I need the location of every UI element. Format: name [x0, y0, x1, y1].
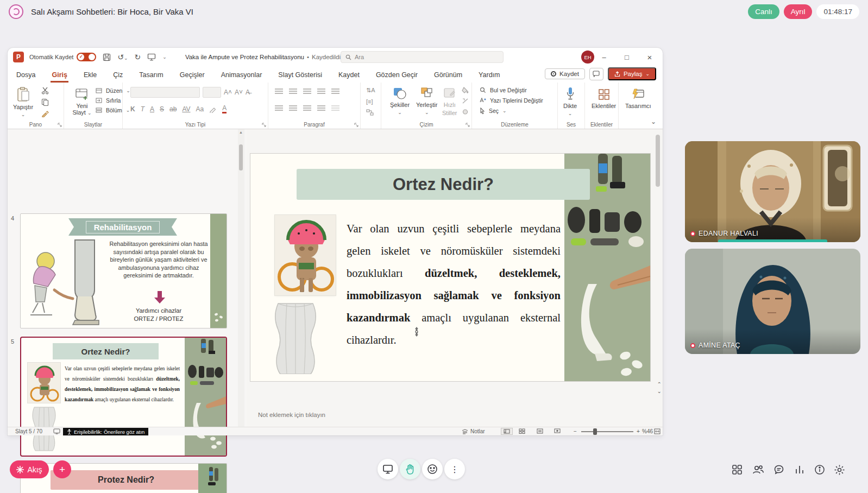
tab-gozden-gecir[interactable]: Gözden Geçir: [375, 68, 419, 83]
zoom-slider[interactable]: [581, 431, 633, 432]
tab-giris[interactable]: Giriş: [51, 68, 68, 83]
settings-button[interactable]: [833, 463, 846, 476]
editor-scrollbar-thumb[interactable]: [656, 135, 660, 187]
align-left-icon[interactable]: [275, 105, 283, 111]
format-painter-icon[interactable]: [41, 110, 49, 117]
grow-font-button[interactable]: A˄: [224, 89, 232, 96]
record-button[interactable]: Kaydet: [545, 68, 585, 79]
zoom-slider-handle[interactable]: [593, 428, 597, 435]
align-text-icon[interactable]: [≡]: [366, 98, 375, 105]
leave-button[interactable]: Ayrıl: [784, 4, 813, 19]
tab-slayt-gosterisi[interactable]: Slayt Gösterisi: [277, 68, 323, 83]
text-direction-icon[interactable]: ⇅A: [366, 87, 375, 94]
bold-button[interactable]: K: [130, 105, 135, 113]
dictate-button[interactable]: Dikte⌄: [563, 87, 577, 116]
tab-dosya[interactable]: Dosya: [15, 68, 36, 83]
tab-yardim[interactable]: Yardım: [477, 68, 501, 83]
replace-fonts-button[interactable]: Yazı Tiplerini Değiştir: [480, 97, 543, 104]
paste-button[interactable]: Yapıştır⌄: [13, 87, 33, 117]
start-presentation-icon[interactable]: [147, 53, 156, 61]
pano-dialog-launcher-icon[interactable]: [58, 123, 62, 127]
cizim-dialog-launcher-icon[interactable]: [466, 123, 470, 127]
slide-5-thumbnail-selected[interactable]: Ortez Nedir? Var olan uzvun çeşitli sebe…: [20, 337, 227, 457]
scrollbar-thumb[interactable]: [239, 144, 243, 170]
align-right-icon[interactable]: [303, 105, 311, 111]
share-button[interactable]: Paylaş⌄: [608, 67, 656, 80]
collapse-ribbon-icon[interactable]: ⌄: [651, 118, 656, 125]
minimize-button[interactable]: –: [593, 48, 615, 66]
normal-view-button[interactable]: [501, 428, 513, 435]
tab-ciz[interactable]: Çiz: [112, 68, 124, 83]
underline-button[interactable]: A: [150, 105, 154, 113]
slide-body-text[interactable]: Var olan uzvun çeşitli sebeplerle meydan…: [347, 218, 561, 351]
stream-button[interactable]: Akış: [10, 460, 49, 478]
previous-slide-button[interactable]: ⌃: [657, 381, 662, 387]
slide-4-thumbnail[interactable]: Rehabilitasyon Rehabilitasyon gereksinim…: [20, 213, 227, 328]
tab-ekle[interactable]: Ekle: [83, 68, 98, 83]
maximize-button[interactable]: □: [616, 48, 638, 66]
participant-tile-2[interactable]: AMİNE ATAÇ: [685, 249, 860, 354]
display-settings-icon[interactable]: [53, 428, 60, 434]
quick-styles-button[interactable]: HızlıStiller: [442, 87, 457, 116]
add-button[interactable]: +: [53, 460, 71, 478]
main-slide[interactable]: Ortez Nedir? Var olan uzvun çeşitli sebe…: [250, 153, 651, 382]
highlight-pen-icon[interactable]: [209, 105, 217, 113]
tab-animasyonlar[interactable]: Animasyonlar: [220, 68, 263, 83]
find-replace-button[interactable]: Bul ve Değiştir: [480, 87, 543, 93]
autosave-toggle[interactable]: ✓: [77, 53, 96, 61]
clear-format-button[interactable]: A̶: [246, 89, 250, 96]
slideshow-view-button[interactable]: [554, 428, 561, 434]
qat-overflow-icon[interactable]: ⌄: [162, 54, 167, 60]
cut-icon[interactable]: [41, 87, 49, 94]
shape-outline-icon[interactable]: [462, 98, 469, 104]
justify-icon[interactable]: [317, 105, 325, 111]
italic-button[interactable]: T: [141, 105, 144, 113]
font-size-box[interactable]: [203, 87, 221, 98]
chat-button[interactable]: [772, 463, 785, 476]
info-button[interactable]: [813, 463, 826, 476]
strikethrough-button[interactable]: S: [160, 105, 164, 113]
next-slide-button[interactable]: ⌄: [657, 388, 662, 394]
accessibility-status[interactable]: Erişilebilirlik: Önerilere göz atın: [63, 428, 148, 435]
select-button[interactable]: Seç⌄: [480, 108, 543, 114]
shape-effects-icon[interactable]: [462, 109, 469, 115]
raise-hand-button[interactable]: [400, 459, 420, 479]
copy-icon[interactable]: [41, 98, 49, 106]
reading-view-button[interactable]: [537, 428, 543, 434]
shape-fill-icon[interactable]: [462, 87, 469, 93]
reactions-button[interactable]: [422, 459, 443, 479]
participant-tile-1[interactable]: EDANUR HALVALI: [685, 141, 860, 242]
slide-title-banner[interactable]: Ortez Nedir?: [297, 169, 590, 200]
change-case-button[interactable]: Aa: [196, 105, 204, 113]
slide-sorter-view-button[interactable]: [519, 428, 525, 434]
line-spacing-icon[interactable]: [331, 89, 339, 94]
corset-image[interactable]: [268, 300, 323, 374]
new-slide-button[interactable]: Yeni Slayt ⌄: [70, 87, 95, 116]
dog-wheelchair-image[interactable]: [275, 215, 336, 295]
stats-button[interactable]: [793, 463, 806, 476]
smartart-convert-icon[interactable]: [366, 109, 374, 116]
align-center-icon[interactable]: [289, 105, 297, 111]
columns-icon[interactable]: [331, 105, 339, 111]
numbered-list-icon[interactable]: [289, 89, 297, 94]
arrange-button[interactable]: Yerleştir⌄: [416, 87, 437, 115]
close-button[interactable]: ×: [639, 48, 661, 66]
save-icon[interactable]: [103, 53, 111, 61]
undo-icon[interactable]: ↺⌄: [117, 53, 128, 61]
editor-scrollbar[interactable]: [655, 132, 661, 405]
zoom-in-button[interactable]: +: [637, 428, 640, 434]
indent-increase-icon[interactable]: [317, 89, 325, 94]
layout-grid-button[interactable]: [731, 463, 744, 476]
screen-share-button[interactable]: [378, 459, 398, 479]
char-spacing-button[interactable]: AV: [182, 105, 190, 113]
indent-decrease-icon[interactable]: [303, 89, 311, 94]
subscript-button[interactable]: ab: [169, 105, 177, 113]
tab-kaydet[interactable]: Kaydet: [337, 68, 361, 83]
tab-gorunum[interactable]: Görünüm: [433, 68, 463, 83]
tab-gecisler[interactable]: Geçişler: [179, 68, 206, 83]
notes-button[interactable]: Notlar: [462, 428, 485, 434]
addins-button[interactable]: Eklentiler: [592, 88, 616, 109]
zoom-percentage[interactable]: %46: [642, 428, 653, 434]
paragraf-dialog-launcher-icon[interactable]: [354, 123, 358, 127]
shapes-button[interactable]: Şekiller⌄: [390, 87, 410, 115]
